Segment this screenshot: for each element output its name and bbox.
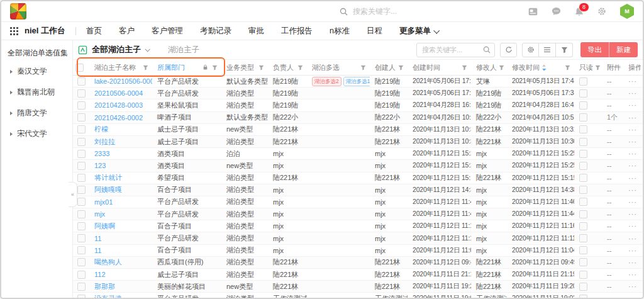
row-select[interactable]	[73, 99, 89, 111]
sidebar-item-suitang[interactable]: 隋唐文学	[10, 108, 72, 118]
nav-item-n-standard[interactable]: n标准	[330, 26, 350, 37]
checkbox[interactable]	[77, 125, 86, 133]
refresh-button[interactable]	[500, 43, 517, 57]
filter-icon[interactable]	[499, 65, 504, 71]
avatar[interactable]: M	[620, 4, 634, 19]
row-name-link[interactable]: 将计就计	[89, 172, 152, 184]
row-actions-button[interactable]: ···	[623, 148, 641, 159]
row-actions-button[interactable]: ···	[623, 112, 641, 123]
filter-icon[interactable]	[143, 65, 148, 71]
row-select[interactable]	[73, 172, 89, 184]
table-row[interactable]: 20210428-0003 坚果松鼠项目 湖泊类型 陆219陆 陆219陆 20…	[73, 99, 643, 111]
table-row[interactable]: 20210426-0002 啤酒子项目 默认业务类型 陆222小 陆222小 2…	[73, 112, 643, 124]
table-row[interactable]: 11 平台产品研发 湖泊类型 mjx mjx 2020年11月12日 11:11…	[73, 232, 643, 244]
cell-readonly[interactable]	[574, 257, 604, 268]
row-actions-button[interactable]: ···	[623, 172, 641, 184]
cell-readonly[interactable]	[574, 87, 604, 99]
row-actions-button[interactable]: ···	[623, 293, 641, 298]
row-actions-button[interactable]: ···	[623, 87, 641, 99]
table-row[interactable]: 柠檬 威士忌子项目 new类型 陆221林 陆221林 2020年11月13日 …	[73, 124, 643, 136]
cell-readonly[interactable]	[574, 148, 604, 159]
nav-item-home[interactable]: 首页	[86, 26, 102, 37]
row-actions-button[interactable]: ···	[623, 257, 641, 268]
checkbox[interactable]	[77, 222, 86, 230]
nav-item-attendance[interactable]: 考勤记录	[200, 26, 231, 37]
row-name-link[interactable]: 2333	[89, 148, 152, 159]
row-select[interactable]	[73, 87, 89, 99]
row-actions-button[interactable]: ···	[623, 232, 641, 244]
table-row[interactable]: 20210506-0004 平台产品研发 湖泊类型 陆219陆 陆219陆 20…	[73, 87, 643, 99]
row-name-link[interactable]: 20210506-0004	[89, 87, 152, 99]
checkbox[interactable]	[579, 101, 587, 110]
column-header[interactable]: 负责人	[268, 60, 307, 75]
workspace-title[interactable]: niel 工作台	[25, 25, 65, 37]
checkbox[interactable]	[77, 77, 86, 86]
row-name-link[interactable]: 11	[89, 245, 152, 256]
column-header[interactable]: 创建时间	[408, 60, 471, 75]
nav-item-work-report[interactable]: 工作报告	[281, 26, 313, 37]
checkbox[interactable]	[77, 271, 86, 279]
checkbox[interactable]	[579, 210, 587, 218]
sort-icon[interactable]	[541, 64, 547, 71]
row-select[interactable]	[73, 160, 89, 171]
cell-readonly[interactable]	[574, 136, 604, 147]
filter-icon[interactable]	[462, 65, 467, 71]
checkbox[interactable]	[579, 77, 587, 86]
row-actions-button[interactable]: ···	[623, 184, 641, 196]
checkbox[interactable]	[77, 295, 86, 298]
cell-readonly[interactable]	[574, 184, 604, 196]
cell-readonly[interactable]	[574, 293, 604, 298]
checkbox[interactable]	[579, 162, 587, 170]
cell-readonly[interactable]	[574, 208, 604, 220]
row-select[interactable]	[73, 76, 89, 87]
row-name-link[interactable]: 那那那	[89, 281, 152, 292]
cell-readonly[interactable]	[574, 281, 604, 292]
checkbox[interactable]	[77, 150, 86, 158]
view-title[interactable]: 全部湖泊主子	[92, 44, 141, 55]
checkbox[interactable]	[75, 64, 84, 72]
checkbox[interactable]	[579, 125, 587, 133]
sidebar-item-qinhan[interactable]: 秦汉文学	[10, 66, 72, 77]
checkbox[interactable]	[579, 186, 587, 194]
checkbox[interactable]	[579, 246, 587, 254]
sidebar-item-weijin[interactable]: 魏晋南北朝	[10, 87, 72, 98]
cell-readonly[interactable]	[574, 269, 604, 280]
filter-icon[interactable]	[360, 65, 366, 71]
column-header[interactable]: 只读	[574, 60, 604, 75]
chevron-down-icon[interactable]	[145, 47, 150, 52]
filter-icon[interactable]	[258, 65, 264, 71]
row-name-link[interactable]: 20210426-0002	[89, 112, 152, 123]
cell-readonly[interactable]	[574, 76, 604, 87]
row-select[interactable]	[73, 245, 89, 256]
row-name-link[interactable]: 喝热狗人	[89, 257, 152, 268]
checkbox[interactable]	[579, 283, 587, 291]
row-name-link[interactable]: 11	[89, 232, 152, 244]
cell-readonly[interactable]	[574, 112, 604, 123]
checkbox[interactable]	[579, 89, 587, 98]
filter-icon[interactable]	[212, 65, 218, 71]
row-actions-button[interactable]: ···	[623, 208, 641, 220]
row-name-link[interactable]: mjx	[89, 208, 152, 220]
checkbox[interactable]	[579, 174, 587, 182]
create-button[interactable]: 新建	[609, 42, 638, 57]
row-name-link[interactable]: 123	[89, 160, 152, 171]
row-name-link[interactable]: 阿姨啊	[89, 220, 152, 232]
workbench-card-icon[interactable]	[528, 8, 538, 16]
table-row[interactable]: 2333 酒类项目 泊泊 mjx mjx 2020年11月12日 15:25 m…	[73, 148, 643, 160]
nav-item-more-menu[interactable]: 更多菜单	[399, 26, 438, 37]
table-search-input[interactable]	[421, 45, 483, 54]
checkbox[interactable]	[77, 138, 86, 146]
checkbox[interactable]	[77, 198, 86, 206]
column-header[interactable]: 创建人	[370, 60, 408, 75]
table-settings-button[interactable]	[522, 43, 539, 57]
row-name-link[interactable]: 刘拉拉	[89, 136, 152, 147]
table-search[interactable]	[416, 43, 495, 57]
row-select[interactable]	[73, 112, 89, 123]
table-row[interactable]: 将计就计 希望项目 湖泊类型 陆221林 陆221林 2020年11月12日 1…	[73, 172, 643, 184]
checkbox[interactable]	[77, 210, 86, 218]
row-actions-button[interactable]: ···	[623, 269, 641, 280]
cell-readonly[interactable]	[574, 220, 604, 232]
column-header[interactable]: 所属部门	[152, 60, 221, 75]
messages-icon[interactable]	[552, 7, 561, 16]
row-select[interactable]	[73, 220, 89, 232]
